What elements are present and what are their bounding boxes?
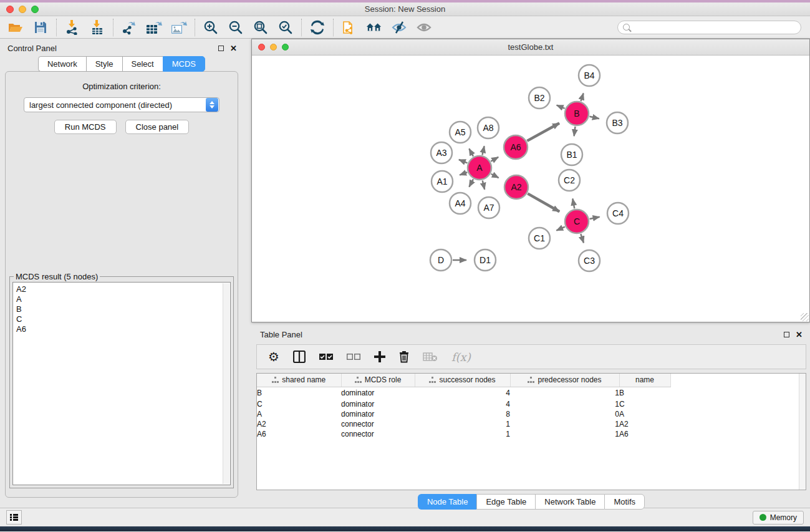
import-network-icon[interactable] [64,19,80,36]
show-all-networks-icon[interactable] [366,19,382,36]
network-window-titlebar[interactable]: testGlobe.txt [252,39,809,56]
save-session-icon[interactable] [32,19,49,36]
graph-node-A8[interactable]: A8 [478,117,499,138]
import-table-icon[interactable] [89,19,105,36]
table-scrollbar[interactable] [799,374,806,490]
delete-table-icon[interactable] [423,349,438,364]
tab-network-table[interactable]: Network Table [535,494,604,510]
zoom-fit-icon[interactable] [253,19,269,36]
deselect-all-columns-icon[interactable] [347,349,360,364]
graph-node-B4[interactable]: B4 [579,65,600,86]
graph-node-C3[interactable]: C3 [579,250,600,271]
optimization-criterion-dropdown[interactable]: largest connected component (directed) [24,97,219,112]
graph-edge-A6-B[interactable] [527,123,559,140]
export-table-icon[interactable] [146,19,162,36]
table-row[interactable]: Bdominator41B [257,387,670,399]
select-all-columns-icon[interactable] [319,349,333,364]
graph-node-C[interactable]: C [565,210,589,233]
float-panel-icon[interactable] [218,46,224,51]
graph-edge-B-B3[interactable] [589,117,599,119]
tab-motifs[interactable]: Motifs [604,494,645,510]
graph-edge-A-A2[interactable] [491,174,499,178]
column-header-predecessor-nodes[interactable]: predecessor nodes [510,374,619,387]
zoom-out-icon[interactable] [228,19,244,36]
tab-mcds[interactable]: MCDS [163,56,205,72]
list-item[interactable]: A [16,294,230,304]
graph-edge-B-B2[interactable] [557,105,565,109]
close-panel-button[interactable]: Close panel [125,120,190,134]
column-header-mcds-role[interactable]: MCDS role [341,374,415,387]
graph-edge-C-C3[interactable] [581,234,584,243]
graph-node-A5[interactable]: A5 [450,122,471,143]
graph-node-A3[interactable]: A3 [431,142,452,163]
run-mcds-button[interactable]: Run MCDS [54,120,117,134]
network-graph[interactable]: B4B2BB3B1A5A8A6A3AA1A4A7A2C2CC4C1C3DD1 [252,56,809,322]
graph-edge-B-B4[interactable] [581,94,584,102]
graph-node-B[interactable]: B [565,102,589,125]
graph-edge-C-C2[interactable] [572,199,574,209]
search-field[interactable] [617,21,801,34]
graph-node-A2[interactable]: A2 [504,175,528,199]
graph-node-A7[interactable]: A7 [478,197,499,218]
show-panel-eye-icon[interactable] [416,19,432,36]
graph-edge-A-A7[interactable] [483,180,485,189]
graph-node-C2[interactable]: C2 [559,170,580,191]
main-titlebar[interactable]: Session: New Session [0,2,810,16]
export-image-icon[interactable] [171,19,187,36]
table-row[interactable]: A2connector11A2 [257,419,670,429]
window-resize-grip[interactable] [801,313,809,321]
column-header-shared-name[interactable]: shared name [257,374,341,387]
graph-edge-A2-C[interactable] [528,193,559,211]
graph-edge-C-C1[interactable] [556,227,564,231]
graph-node-D[interactable]: D [430,249,451,271]
hide-panel-eye-icon[interactable] [391,19,407,36]
graph-edge-A-A4[interactable] [469,179,473,186]
graph-edge-A-A1[interactable] [460,172,467,175]
delete-column-trash-icon[interactable] [399,349,409,364]
network-canvas[interactable]: B4B2BB3B1A5A8A6A3AA1A4A7A2C2CC4C1C3DD1 [252,56,809,322]
graph-edge-A-A5[interactable] [469,148,473,156]
show-columns-icon[interactable] [293,349,306,364]
graph-edge-C-C4[interactable] [590,217,600,219]
close-panel-icon[interactable]: ✕ [230,44,237,52]
table-settings-gear-icon[interactable]: ⚙ [268,349,279,364]
graph-edge-A-A6[interactable] [491,157,498,162]
list-item[interactable]: C [16,314,230,324]
mcds-result-list[interactable]: A2 A B C A6 [12,282,231,485]
graph-edge-A-A3[interactable] [459,160,468,163]
graph-edge-B-B1[interactable] [574,127,576,136]
graph-node-C1[interactable]: C1 [529,228,550,249]
node-data-table[interactable]: shared name MCDS role successor nodes pr… [257,374,671,439]
zoom-selected-icon[interactable] [277,19,294,36]
list-item[interactable]: B [16,304,230,314]
tab-node-table[interactable]: Node Table [418,494,477,510]
column-header-successor-nodes[interactable]: successor nodes [415,374,510,387]
table-row[interactable]: Adominator80A [257,409,670,419]
tab-style[interactable]: Style [86,56,122,72]
table-row[interactable]: Cdominator41C [257,399,670,409]
float-table-panel-icon[interactable] [784,332,789,337]
export-network-icon[interactable] [121,19,137,36]
function-builder-icon[interactable]: f(x) [451,349,471,364]
column-header-name[interactable]: name [619,374,670,387]
graph-node-C4[interactable]: C4 [607,203,629,224]
graph-node-A1[interactable]: A1 [432,171,453,192]
tab-network[interactable]: Network [38,56,86,72]
list-item[interactable]: A2 [16,284,230,294]
zoom-in-icon[interactable] [203,19,219,36]
graph-node-B1[interactable]: B1 [561,144,582,165]
list-item[interactable]: A6 [16,324,230,334]
tab-select[interactable]: Select [122,56,163,72]
open-file-icon[interactable] [7,19,24,36]
close-table-panel-icon[interactable]: ✕ [796,331,803,339]
graph-node-D1[interactable]: D1 [475,249,496,271]
task-history-button[interactable] [6,510,22,525]
graph-node-A6[interactable]: A6 [504,135,528,159]
network-from-file-icon[interactable] [341,19,357,36]
create-column-plus-icon[interactable] [374,349,385,364]
graph-node-B3[interactable]: B3 [607,112,628,133]
graph-node-A4[interactable]: A4 [450,193,471,214]
result-list-scrollbar[interactable] [223,283,229,484]
search-input[interactable] [633,23,796,32]
graph-node-B2[interactable]: B2 [529,87,550,109]
